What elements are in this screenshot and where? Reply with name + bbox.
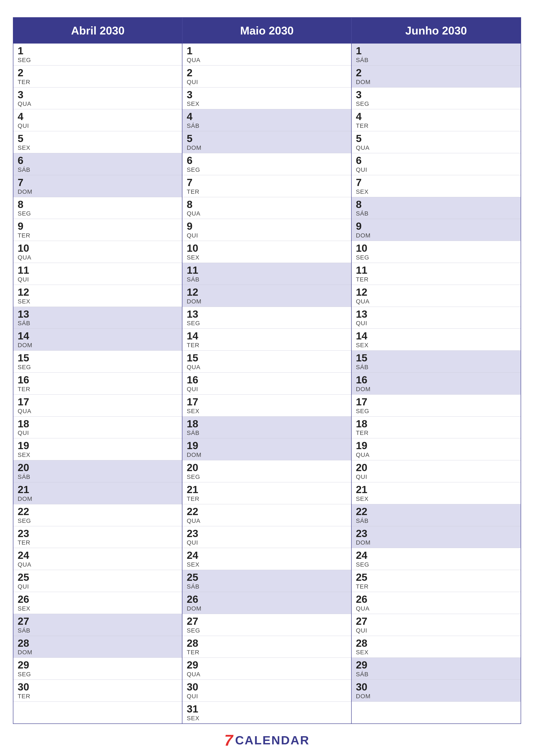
day-number: 15: [356, 352, 516, 364]
day-name: SEG: [18, 210, 178, 217]
day-number: 14: [18, 330, 178, 342]
day-name: SÁB: [187, 583, 347, 590]
day-name: QUA: [187, 517, 347, 524]
day-name: SEX: [356, 649, 516, 656]
day-number: 14: [187, 330, 347, 342]
day-number: 25: [187, 572, 347, 583]
day-name: QUI: [18, 583, 178, 590]
day-row: 15SEG: [13, 351, 182, 373]
day-row: 22SÁB: [352, 504, 521, 526]
day-name: SÁB: [18, 627, 178, 634]
day-row: 31SEX: [182, 702, 351, 723]
day-name: SEX: [356, 496, 516, 502]
day-number: 11: [356, 265, 516, 276]
day-row: 11SÁB: [182, 263, 351, 285]
day-row: 9QUI: [182, 219, 351, 241]
day-name: SEG: [356, 100, 516, 107]
day-row: 27SÁB: [13, 614, 182, 636]
day-name: SEG: [18, 517, 178, 524]
day-number: 6: [187, 155, 347, 166]
day-number: 3: [187, 89, 347, 101]
day-name: SÁB: [18, 473, 178, 480]
day-number: 2: [18, 67, 178, 79]
day-number: 1: [356, 45, 516, 57]
day-number: 28: [18, 638, 178, 649]
day-name: QUA: [187, 210, 347, 217]
day-name: DOM: [356, 232, 516, 239]
day-name: DOM: [356, 539, 516, 546]
day-name: QUA: [18, 254, 178, 261]
day-name: SÁB: [187, 429, 347, 436]
day-name: QUI: [356, 473, 516, 480]
day-row-empty: [352, 702, 521, 720]
day-name: SEX: [187, 254, 347, 261]
day-row: 16TER: [13, 373, 182, 394]
day-number: 13: [356, 309, 516, 320]
day-row: 23QUI: [182, 526, 351, 548]
day-name: SÁB: [356, 364, 516, 371]
day-row: 3SEG: [352, 88, 521, 109]
day-row: 10SEG: [352, 241, 521, 263]
day-row: 9DOM: [352, 219, 521, 241]
day-row: 24SEG: [352, 548, 521, 570]
day-name: SEG: [18, 671, 178, 678]
day-row: 1QUA: [182, 43, 351, 66]
day-number: 23: [356, 528, 516, 539]
logo-number: 7: [224, 733, 233, 748]
day-number: 23: [18, 528, 178, 539]
day-number: 16: [356, 374, 516, 386]
day-number: 28: [187, 638, 347, 649]
day-row: 9TER: [13, 219, 182, 241]
day-name: SÁB: [187, 122, 347, 129]
calendar-header: Abril 2030Maio 2030Junho 2030: [13, 18, 521, 43]
day-row: 5DOM: [182, 131, 351, 153]
day-name: TER: [18, 232, 178, 239]
day-name: TER: [18, 79, 178, 86]
day-row: 30TER: [13, 680, 182, 702]
day-row: 17SEX: [182, 394, 351, 417]
day-number: 25: [18, 572, 178, 583]
day-number: 15: [187, 352, 347, 364]
day-name: QUI: [187, 386, 347, 393]
day-number: 15: [18, 352, 178, 364]
day-row: 15QUA: [182, 351, 351, 373]
day-row: 18TER: [352, 417, 521, 439]
day-number: 11: [187, 265, 347, 276]
day-number: 20: [18, 462, 178, 473]
day-row: 21SEX: [352, 482, 521, 504]
day-row: 26QUA: [352, 592, 521, 614]
day-number: 31: [187, 703, 347, 715]
day-name: QUA: [18, 408, 178, 415]
day-name: QUA: [356, 298, 516, 305]
calendar-body: 1SEG2TER3QUA4QUI5SEX6SÁB7DOM8SEG9TER10QU…: [13, 43, 521, 723]
day-name: SEG: [356, 561, 516, 568]
day-number: 29: [187, 660, 347, 671]
day-row: 13QUI: [352, 307, 521, 329]
day-number: 25: [356, 572, 516, 583]
day-number: 10: [18, 243, 178, 254]
day-number: 4: [18, 111, 178, 122]
day-name: DOM: [187, 298, 347, 305]
day-number: 18: [187, 418, 347, 430]
day-name: QUA: [356, 451, 516, 458]
day-number: 5: [18, 133, 178, 145]
day-number: 1: [18, 45, 178, 57]
day-number: 18: [356, 418, 516, 430]
day-number: 22: [18, 506, 178, 517]
day-number: 11: [18, 265, 178, 276]
month-header-1: Maio 2030: [182, 18, 351, 43]
day-name: DOM: [356, 386, 516, 393]
day-name: QUA: [187, 364, 347, 371]
day-number: 17: [356, 396, 516, 408]
day-number: 20: [187, 462, 347, 473]
day-number: 14: [356, 330, 516, 342]
day-number: 30: [356, 682, 516, 693]
day-row: 2TER: [13, 66, 182, 88]
day-number: 12: [356, 286, 516, 298]
day-name: DOM: [18, 496, 178, 502]
day-name: QUI: [18, 429, 178, 436]
day-name: SEX: [187, 561, 347, 568]
month-col-0: 1SEG2TER3QUA4QUI5SEX6SÁB7DOM8SEG9TER10QU…: [13, 43, 182, 723]
day-row: 28SEX: [352, 636, 521, 658]
day-name: SÁB: [356, 517, 516, 524]
